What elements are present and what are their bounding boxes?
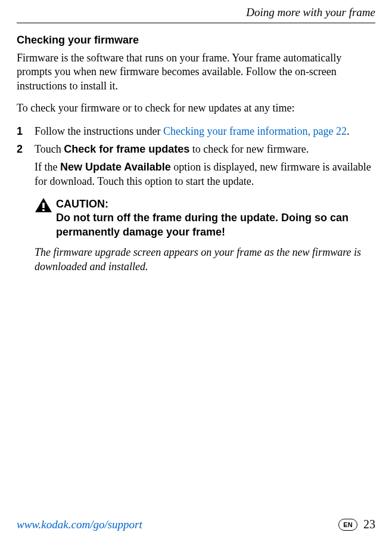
svg-rect-0 — [42, 203, 45, 208]
footer-right: EN 23 — [338, 518, 375, 531]
svg-rect-1 — [42, 209, 45, 211]
step-2-body: Touch Check for frame updates to check f… — [35, 142, 375, 156]
step-2-suffix: to check for new firmware. — [189, 143, 309, 155]
intro-paragraph: Firmware is the software that runs on yo… — [17, 51, 375, 93]
firmware-upgrade-note: The firmware upgrade screen appears on y… — [35, 245, 375, 274]
caution-body: Do not turn off the frame during the upd… — [56, 212, 349, 237]
update-prefix: If the — [35, 161, 60, 173]
step-1: 1 Follow the instructions under Checking… — [17, 124, 375, 138]
caution-block: CAUTION: Do not turn off the frame durin… — [35, 197, 375, 239]
page-content: Checking your firmware Firmware is the s… — [0, 34, 392, 274]
page-footer: www.kodak.com/go/support EN 23 — [17, 518, 375, 531]
step-1-number: 1 — [17, 124, 35, 138]
footer-url-link[interactable]: www.kodak.com/go/support — [17, 518, 142, 531]
step-2-bold: Check for frame updates — [64, 143, 189, 155]
header-rule — [17, 23, 375, 23]
caution-text: CAUTION: Do not turn off the frame durin… — [56, 197, 375, 239]
step-2: 2 Touch Check for frame updates to check… — [17, 142, 375, 156]
caution-label: CAUTION: — [56, 197, 375, 211]
link-checking-info[interactable]: Checking your frame information, page 22 — [163, 125, 347, 137]
steps-list: 1 Follow the instructions under Checking… — [17, 124, 375, 157]
step-1-body: Follow the instructions under Checking y… — [35, 124, 375, 138]
warning-icon — [35, 197, 52, 213]
step-2-number: 2 — [17, 142, 35, 156]
page-number: 23 — [363, 518, 375, 531]
heading-checking-firmware: Checking your firmware — [17, 34, 375, 47]
header-section-title: Doing more with your frame — [0, 0, 392, 21]
check-anytime-paragraph: To check your firmware or to check for n… — [17, 101, 375, 115]
update-bold: New Update Available — [60, 161, 171, 173]
step-1-suffix: . — [347, 125, 350, 137]
update-available-paragraph: If the New Update Available option is di… — [35, 160, 375, 189]
step-1-prefix: Follow the instructions under — [35, 125, 163, 137]
step-2-prefix: Touch — [35, 143, 64, 155]
language-badge: EN — [338, 519, 357, 531]
